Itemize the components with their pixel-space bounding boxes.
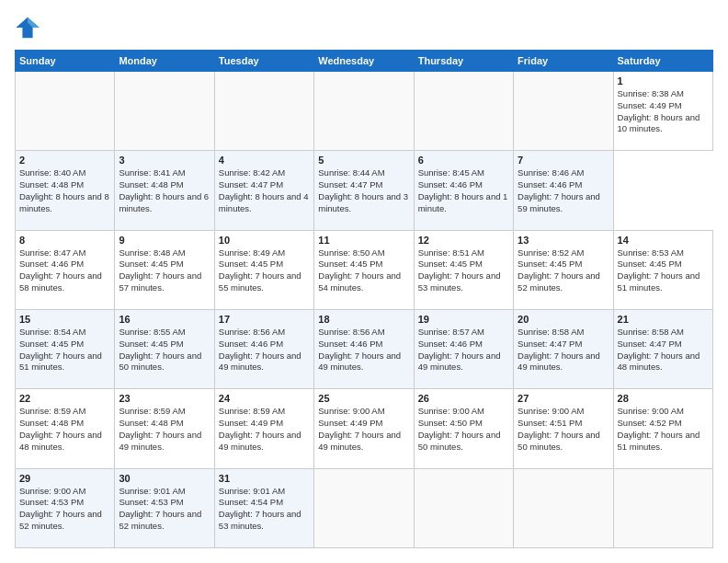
calendar-day: 16Sunrise: 8:55 AMSunset: 4:45 PMDayligh… [115,309,214,388]
day-of-week-header: Monday [115,51,214,72]
day-info: Sunrise: 8:42 AMSunset: 4:47 PMDaylight:… [219,167,310,214]
calendar-day: 31Sunrise: 9:01 AMSunset: 4:54 PMDayligh… [214,468,313,547]
calendar-day: 9Sunrise: 8:48 AMSunset: 4:45 PMDaylight… [115,230,214,309]
day-number: 26 [418,393,509,404]
day-number: 27 [518,393,609,404]
empty-cell [16,72,115,151]
calendar-week-row: 8Sunrise: 8:47 AMSunset: 4:46 PMDaylight… [16,230,713,309]
calendar-day: 17Sunrise: 8:56 AMSunset: 4:46 PMDayligh… [214,309,313,388]
day-number: 20 [518,314,609,325]
day-info: Sunrise: 8:55 AMSunset: 4:45 PMDaylight:… [119,327,210,373]
calendar-day: 28Sunrise: 9:00 AMSunset: 4:52 PMDayligh… [613,389,712,468]
day-info: Sunrise: 9:00 AMSunset: 4:51 PMDaylight:… [518,406,609,453]
calendar-day: 19Sunrise: 8:57 AMSunset: 4:46 PMDayligh… [414,309,513,388]
day-info: Sunrise: 8:47 AMSunset: 4:46 PMDaylight:… [19,247,110,294]
day-info: Sunrise: 8:49 AMSunset: 4:45 PMDaylight:… [219,247,310,294]
calendar-day: 30Sunrise: 9:01 AMSunset: 4:53 PMDayligh… [115,468,214,547]
day-number: 14 [618,235,709,246]
calendar-header-row: SundayMondayTuesdayWednesdayThursdayFrid… [16,51,713,72]
calendar-day: 15Sunrise: 8:54 AMSunset: 4:45 PMDayligh… [16,309,115,388]
calendar-day: 4Sunrise: 8:42 AMSunset: 4:47 PMDaylight… [214,151,313,230]
calendar-day: 27Sunrise: 9:00 AMSunset: 4:51 PMDayligh… [514,389,613,468]
empty-cell [613,468,712,547]
day-info: Sunrise: 8:52 AMSunset: 4:45 PMDaylight:… [518,247,609,294]
calendar-week-row: 2Sunrise: 8:40 AMSunset: 4:48 PMDaylight… [16,151,713,230]
day-number: 4 [219,155,310,166]
empty-cell [414,468,513,547]
calendar-day: 3Sunrise: 8:41 AMSunset: 4:48 PMDaylight… [115,151,214,230]
day-info: Sunrise: 9:00 AMSunset: 4:50 PMDaylight:… [418,406,509,453]
calendar-day: 1Sunrise: 8:38 AMSunset: 4:49 PMDaylight… [613,72,712,151]
calendar-day: 29Sunrise: 9:00 AMSunset: 4:53 PMDayligh… [16,468,115,547]
day-of-week-header: Wednesday [314,51,414,72]
day-info: Sunrise: 9:00 AMSunset: 4:49 PMDaylight:… [318,406,409,453]
day-info: Sunrise: 8:40 AMSunset: 4:48 PMDaylight:… [19,167,110,214]
calendar-day: 5Sunrise: 8:44 AMSunset: 4:47 PMDaylight… [314,151,414,230]
day-of-week-header: Thursday [414,51,513,72]
day-info: Sunrise: 8:59 AMSunset: 4:48 PMDaylight:… [119,406,210,453]
day-info: Sunrise: 8:41 AMSunset: 4:48 PMDaylight:… [119,167,210,214]
calendar-week-row: 15Sunrise: 8:54 AMSunset: 4:45 PMDayligh… [16,309,713,388]
day-number: 18 [318,314,409,325]
day-info: Sunrise: 8:58 AMSunset: 4:47 PMDaylight:… [618,327,709,373]
day-number: 19 [418,314,509,325]
empty-cell [514,468,613,547]
day-number: 28 [618,393,709,404]
logo [15,15,46,40]
empty-cell [414,72,513,151]
day-info: Sunrise: 8:54 AMSunset: 4:45 PMDaylight:… [19,327,110,373]
day-info: Sunrise: 8:58 AMSunset: 4:47 PMDaylight:… [518,327,609,373]
day-of-week-header: Sunday [16,51,115,72]
day-number: 1 [618,75,709,86]
header [15,15,713,40]
day-info: Sunrise: 8:59 AMSunset: 4:49 PMDaylight:… [219,406,310,453]
day-number: 11 [318,235,409,246]
calendar-day: 10Sunrise: 8:49 AMSunset: 4:45 PMDayligh… [214,230,313,309]
day-number: 21 [618,314,709,325]
day-number: 16 [119,314,210,325]
day-number: 8 [19,235,110,246]
empty-cell [314,468,414,547]
calendar-day: 2Sunrise: 8:40 AMSunset: 4:48 PMDaylight… [16,151,115,230]
day-number: 13 [518,235,609,246]
calendar-day: 22Sunrise: 8:59 AMSunset: 4:48 PMDayligh… [16,389,115,468]
calendar-day: 14Sunrise: 8:53 AMSunset: 4:45 PMDayligh… [613,230,712,309]
calendar-week-row: 22Sunrise: 8:59 AMSunset: 4:48 PMDayligh… [16,389,713,468]
day-info: Sunrise: 8:38 AMSunset: 4:49 PMDaylight:… [618,88,709,135]
empty-cell [214,72,313,151]
day-number: 5 [318,155,409,166]
day-info: Sunrise: 8:50 AMSunset: 4:45 PMDaylight:… [318,247,409,294]
day-number: 25 [318,393,409,404]
calendar-day: 8Sunrise: 8:47 AMSunset: 4:46 PMDaylight… [16,230,115,309]
day-number: 22 [19,393,110,404]
day-number: 2 [19,155,110,166]
day-number: 30 [119,473,210,484]
calendar-day: 26Sunrise: 9:00 AMSunset: 4:50 PMDayligh… [414,389,513,468]
calendar-day: 24Sunrise: 8:59 AMSunset: 4:49 PMDayligh… [214,389,313,468]
calendar-day: 7Sunrise: 8:46 AMSunset: 4:46 PMDaylight… [514,151,613,230]
empty-cell [514,72,613,151]
day-number: 17 [219,314,310,325]
day-info: Sunrise: 9:01 AMSunset: 4:53 PMDaylight:… [119,486,210,533]
calendar-day: 18Sunrise: 8:56 AMSunset: 4:46 PMDayligh… [314,309,414,388]
day-number: 23 [119,393,210,404]
calendar-day: 20Sunrise: 8:58 AMSunset: 4:47 PMDayligh… [514,309,613,388]
day-info: Sunrise: 8:56 AMSunset: 4:46 PMDaylight:… [318,327,409,373]
day-number: 24 [219,393,310,404]
day-number: 31 [219,473,310,484]
day-info: Sunrise: 8:53 AMSunset: 4:45 PMDaylight:… [618,247,709,294]
day-info: Sunrise: 8:48 AMSunset: 4:45 PMDaylight:… [119,247,210,294]
day-number: 12 [418,235,509,246]
day-info: Sunrise: 8:56 AMSunset: 4:46 PMDaylight:… [219,327,310,373]
calendar-day: 13Sunrise: 8:52 AMSunset: 4:45 PMDayligh… [514,230,613,309]
day-of-week-header: Friday [514,51,613,72]
day-info: Sunrise: 8:46 AMSunset: 4:46 PMDaylight:… [518,167,609,214]
day-number: 7 [518,155,609,166]
day-info: Sunrise: 8:45 AMSunset: 4:46 PMDaylight:… [418,167,509,214]
empty-cell [314,72,414,151]
day-number: 9 [119,235,210,246]
day-number: 29 [19,473,110,484]
day-info: Sunrise: 8:57 AMSunset: 4:46 PMDaylight:… [418,327,509,373]
calendar-day: 11Sunrise: 8:50 AMSunset: 4:45 PMDayligh… [314,230,414,309]
day-info: Sunrise: 9:01 AMSunset: 4:54 PMDaylight:… [219,486,310,533]
